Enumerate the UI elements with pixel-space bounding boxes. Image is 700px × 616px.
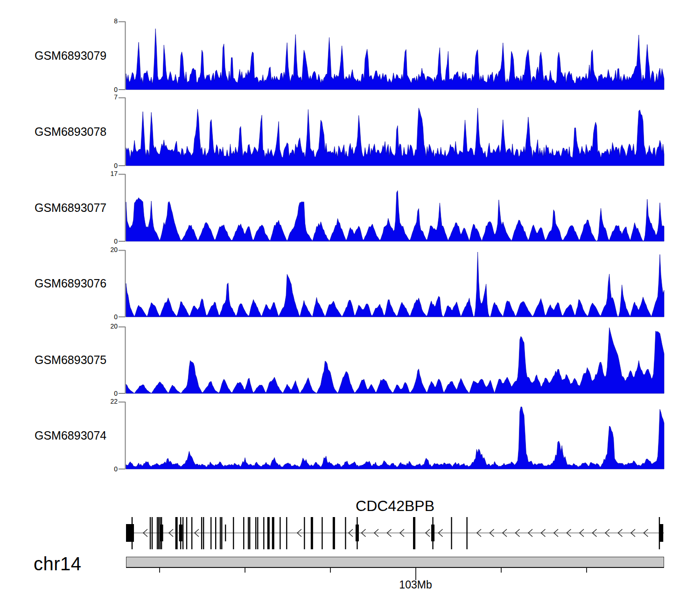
- exon-bar: [413, 517, 415, 549]
- track-label: GSM6893074: [35, 428, 106, 442]
- gene-structure-plot: [117, 511, 667, 558]
- track-label: GSM6893075: [35, 353, 106, 367]
- exon-bar: [201, 517, 202, 549]
- y-axis-zero-label: 0: [91, 465, 118, 473]
- exon-bar: [311, 517, 313, 549]
- exon-bar: [280, 517, 280, 549]
- exon-bar: [215, 517, 216, 549]
- y-axis-max-label: 20: [91, 322, 118, 330]
- exon-bar: [158, 517, 159, 549]
- y-axis-zero-label: 0: [91, 161, 118, 170]
- exon-bar: [249, 517, 250, 549]
- exon-bar: [126, 524, 134, 542]
- coverage-track-plot: [117, 401, 665, 470]
- exon-bar: [243, 517, 244, 549]
- y-axis-zero-label: 0: [91, 237, 118, 245]
- chromosome-tick: [586, 568, 587, 573]
- exon-bar: [466, 517, 467, 549]
- y-axis-max-label: 17: [91, 169, 118, 178]
- exon-bar: [221, 517, 222, 549]
- exon-bar: [233, 517, 234, 549]
- chromosome-tick: [245, 568, 245, 573]
- exon-bar: [182, 517, 183, 549]
- y-axis-max-label: 8: [91, 17, 118, 25]
- exon-bar: [160, 525, 163, 541]
- exon-bar: [179, 525, 182, 541]
- exon-bar: [272, 517, 274, 549]
- exon-bar: [150, 517, 151, 549]
- exon-bar: [333, 517, 335, 549]
- track-label: GSM6893079: [35, 49, 106, 63]
- coverage-track-plot: [117, 250, 665, 318]
- exon-bar: [356, 525, 359, 541]
- exon-bar: [345, 517, 346, 549]
- exon-bar: [267, 517, 270, 549]
- chromosome-tick: [159, 568, 160, 573]
- chromosome-label: chr14: [34, 553, 82, 574]
- chromosome-bar: [126, 557, 664, 568]
- chromosome-tick: [330, 568, 331, 573]
- exon-bar: [186, 517, 187, 549]
- exon-bar: [659, 524, 663, 542]
- coverage-track-plot: [117, 21, 665, 91]
- exon-bar: [175, 517, 178, 549]
- track-label: GSM6893076: [35, 276, 106, 290]
- exon-bar: [322, 517, 322, 549]
- exon-bar: [248, 517, 249, 549]
- exon-bar: [263, 517, 264, 549]
- exon-bar: [286, 517, 287, 549]
- exon-bar: [210, 517, 211, 549]
- y-axis-max-label: 7: [91, 93, 118, 101]
- exon-bar: [191, 517, 192, 549]
- coverage-track-plot: [117, 97, 665, 167]
- track-label: GSM6893078: [35, 125, 106, 139]
- y-axis-zero-label: 0: [91, 313, 118, 321]
- exon-bar: [152, 517, 153, 549]
- exon-bar: [203, 517, 204, 549]
- y-axis-max-label: 20: [91, 245, 118, 254]
- exon-bar: [220, 517, 221, 549]
- exon-bar: [451, 517, 452, 549]
- y-axis-max-label: 22: [91, 397, 118, 406]
- exon-bar: [431, 525, 434, 541]
- chromosome-tick: [501, 568, 502, 573]
- position-label: 103Mb: [369, 579, 462, 591]
- exon-bar: [225, 525, 226, 541]
- exon-bar: [255, 517, 256, 549]
- coverage-track-plot: [117, 326, 665, 394]
- y-axis-zero-label: 0: [91, 389, 118, 398]
- exon-bar: [157, 517, 158, 549]
- exon-bar: [257, 517, 258, 549]
- coverage-figure: GSM689307980GSM689307870GSM6893077170GSM…: [0, 0, 700, 616]
- track-label: GSM6893077: [35, 201, 106, 215]
- coverage-track-plot: [117, 174, 665, 242]
- exon-bar: [304, 517, 305, 549]
